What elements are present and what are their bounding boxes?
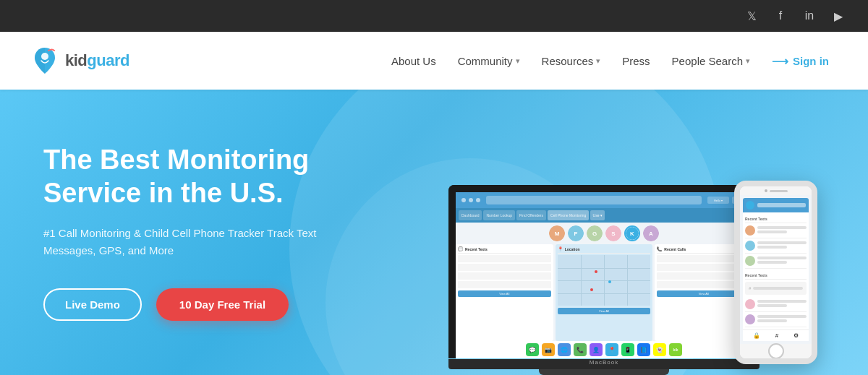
hero-section: The Best Monitoring Service in the U.S. … [0, 90, 868, 375]
twitter-icon[interactable]: 𝕏 [744, 8, 760, 24]
nav-resources[interactable]: Resources ▾ [532, 49, 611, 73]
screen-apps: 💬 📷 🌐 📞 👤 📍 📱 📘 👻 kik [456, 341, 752, 358]
laptop-screen: Hello ▾ Logout Dashboard Number Lookup F… [448, 185, 760, 358]
people-search-chevron-icon: ▾ [746, 56, 750, 66]
signin-icon: ⟶ [772, 54, 788, 68]
navbar: kidguard About Us Community ▾ Resources … [0, 32, 868, 90]
phone-mockup: Recent Texts [734, 181, 817, 364]
laptop-label: MacBook [448, 359, 760, 366]
nav-links: About Us Community ▾ Resources ▾ Press P… [381, 48, 839, 74]
phone-tab-3: ⚙ [793, 332, 799, 339]
hero-subtitle: #1 Call Monitoring & Child Cell Phone Tr… [43, 225, 362, 259]
phone-tab-1: 🔒 [753, 332, 760, 339]
nav-press[interactable]: Press [612, 49, 660, 73]
logo[interactable]: kidguard [29, 45, 129, 77]
youtube-icon[interactable]: ▶ [830, 8, 846, 24]
top-bar: 𝕏 f in ▶ [0, 0, 868, 32]
svg-point-0 [41, 53, 48, 60]
hero-buttons: Live Demo 10 Day Free Trial [43, 288, 405, 321]
hero-visual: Hello ▾ Logout Dashboard Number Lookup F… [405, 90, 825, 375]
logo-kid: kid [65, 51, 87, 69]
resources-chevron-icon: ▾ [596, 56, 600, 66]
laptop-mockup: Hello ▾ Logout Dashboard Number Lookup F… [448, 185, 760, 375]
logo-guard: guard [87, 51, 129, 69]
nav-community[interactable]: Community ▾ [448, 49, 530, 73]
live-demo-button[interactable]: Live Demo [43, 288, 142, 321]
phone-tab-2: # [775, 332, 778, 339]
screen-avatars: M F G S K A [456, 223, 752, 244]
free-trial-button[interactable]: 10 Day Free Trial [156, 288, 289, 321]
community-chevron-icon: ▾ [516, 56, 520, 66]
hero-content: The Best Monitoring Service in the U.S. … [43, 144, 405, 320]
signin-button[interactable]: ⟶ Sign in [762, 48, 839, 74]
nav-people-search[interactable]: People Search ▾ [662, 49, 760, 73]
hero-title: The Best Monitoring Service in the U.S. [43, 144, 405, 210]
facebook-icon[interactable]: f [773, 8, 788, 24]
nav-about[interactable]: About Us [381, 49, 446, 73]
linkedin-icon[interactable]: in [801, 8, 817, 24]
screen-panels: 💬Recent Texts View All 📍Location [456, 244, 752, 341]
